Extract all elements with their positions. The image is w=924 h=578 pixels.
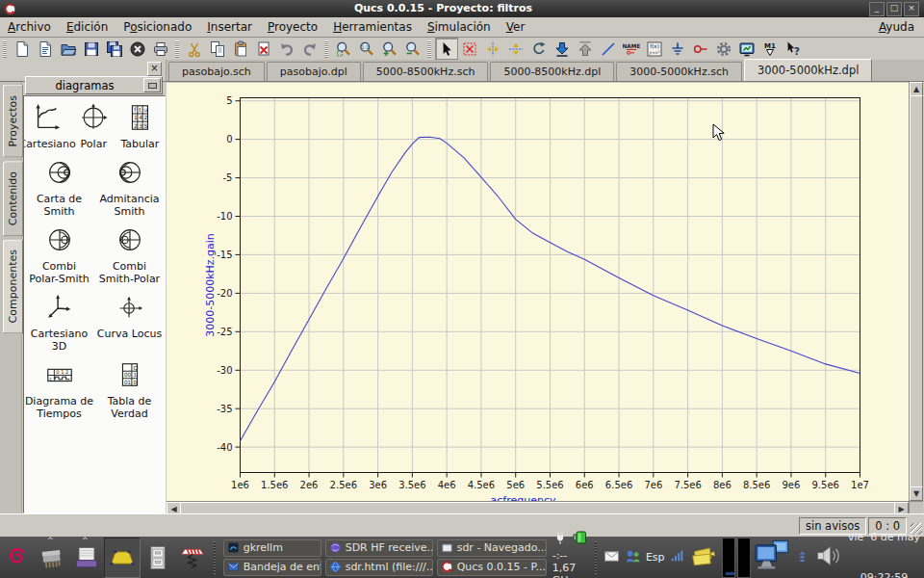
taskbar-window-mail-client[interactable]: Bandeja de ent... (223, 559, 321, 576)
component-curva-locus[interactable]: Curva Locus (94, 292, 165, 353)
pop-out-button[interactable] (574, 38, 597, 60)
sidebar-tab-componentes[interactable]: Componentes (3, 239, 23, 333)
tab-5000-8500kHz.sch[interactable]: 5000-8500kHz.sch (363, 62, 489, 81)
taskbar-window-file-manager[interactable]: sdr - Navegado... (437, 539, 547, 557)
save-all-documents-button[interactable] (103, 38, 126, 60)
component-diagrama-de-tiempos[interactable]: 0 1 2cDiagrama deTiempos (24, 359, 94, 420)
mirror-y-axis-button[interactable] (481, 38, 504, 60)
menu-ver[interactable]: Ver (499, 18, 533, 36)
cpufreq-applet[interactable]: -:-- 1,67 GHz (552, 529, 590, 578)
chip-launcher[interactable]: ^ (35, 539, 69, 577)
new-document-button[interactable] (11, 38, 34, 60)
chevrons-icon[interactable] (795, 549, 809, 566)
equation-button[interactable]: f(x)y=x² (643, 38, 666, 60)
delete-button[interactable] (252, 38, 275, 60)
scroll-down-button[interactable]: ▼ (910, 486, 923, 501)
maximize-button[interactable]: □ (886, 2, 902, 16)
scroll-up-button[interactable]: ▲ (910, 82, 923, 96)
combo-dropdown-button[interactable] (143, 78, 161, 92)
undo-button[interactable] (275, 38, 298, 60)
toolbar-grip[interactable] (175, 40, 179, 58)
taskbar-window-gkrellm[interactable]: gkrellm (223, 539, 321, 557)
menu-herramientas[interactable]: Herramientas (325, 18, 420, 36)
save-document-button[interactable] (80, 38, 103, 60)
network-monitor-icon[interactable] (670, 548, 685, 566)
vertical-scroll-thumb[interactable] (910, 95, 923, 487)
shape-launcher[interactable] (104, 538, 141, 578)
port-button[interactable] (689, 38, 712, 60)
workspace-2[interactable] (737, 538, 751, 578)
rotate-button[interactable] (527, 38, 551, 60)
component-cartesiano-3d[interactable]: Cartesiano 3D (24, 292, 94, 353)
taskbar-window-qucs[interactable]: Qucs 0.0.15 - P... (437, 559, 547, 576)
tab-pasobajo.sch[interactable]: pasobajo.sch (168, 62, 265, 81)
sidebar-tab-contenido[interactable]: Contenido (3, 161, 23, 236)
component-tabular[interactable]: ftu142235Tabular (116, 102, 163, 150)
component-carta-de-smith[interactable]: Carta de Smith (24, 157, 94, 218)
component-polar[interactable]: Polar (70, 102, 116, 150)
component-combi-smith-polar[interactable]: CombiSmith-Polar (94, 224, 165, 285)
component-admitancia-smith[interactable]: AdmitanciaSmith (94, 157, 165, 218)
gain-plot[interactable]: 1e61.5e62e62.5e63e63.5e64e64.5e65e65.5e6… (167, 83, 909, 501)
tab-pasobajo.dpl[interactable]: pasobajo.dpl (267, 62, 361, 81)
zoom-out-button[interactable] (401, 38, 424, 60)
minimize-button[interactable]: _ (869, 2, 885, 16)
component-group-select[interactable]: diagramas (25, 76, 163, 94)
component-cartesiano[interactable]: Cartesiano (24, 102, 70, 150)
plot-page[interactable]: 1e61.5e62e62.5e63e63.5e64e64.5e65e65.5e6… (167, 83, 909, 501)
wire-button[interactable] (597, 38, 620, 60)
mirror-x-axis-button[interactable] (504, 38, 527, 60)
debian-menu-launcher[interactable] (0, 539, 35, 577)
mail-notification-icon[interactable] (603, 548, 620, 567)
simulate-button[interactable] (712, 38, 735, 60)
go-into-button[interactable] (551, 38, 574, 60)
menu-simulación[interactable]: Simulación (420, 18, 499, 36)
menu-proyecto[interactable]: Proyecto (260, 18, 325, 36)
component-combi-polar-smith[interactable]: CombiPolar-Smith (24, 224, 94, 285)
new-text-document-button[interactable] (34, 38, 57, 60)
titlebar[interactable]: Qucs 0.0.15 - Proyecto: filtros _ □ × (0, 0, 924, 17)
set-marker-button[interactable]: M1 (758, 38, 782, 60)
redo-button[interactable] (298, 38, 321, 60)
copy-button[interactable] (206, 38, 229, 60)
paste-button[interactable] (229, 38, 252, 60)
menu-ayuda[interactable]: Ayuda (871, 18, 924, 36)
taskbar-window-browser[interactable]: sdr.html (file:///... (325, 559, 433, 576)
toolbar-grip[interactable] (427, 40, 431, 58)
menu-posicionado[interactable]: Posicionado (116, 18, 199, 36)
close-document-button[interactable] (126, 38, 149, 60)
sidebar-tab-proyectos[interactable]: Proyectos (3, 85, 23, 158)
sidebar-close-button[interactable]: × (147, 62, 162, 76)
menu-insertar[interactable]: Insertar (199, 18, 260, 36)
view-all-button[interactable]: 1:1 (355, 38, 378, 60)
tab-3000-5000kHz.sch[interactable]: 3000-5000kHz.sch (616, 62, 742, 81)
display-settings-icon[interactable] (754, 538, 790, 577)
print-document-button[interactable] (149, 38, 172, 60)
tab-5000-8500kHz.dpl[interactable]: 5000-8500kHz.dpl (490, 62, 614, 81)
printer-launcher-launcher[interactable]: ^ (69, 539, 104, 577)
toolbar-grip[interactable] (324, 40, 328, 58)
close-button[interactable]: × (904, 2, 919, 16)
wire-label-button[interactable]: NAME (620, 38, 643, 60)
select-button[interactable] (435, 38, 458, 60)
clock-applet[interactable]: vie 6 de may 09:22:59 (848, 504, 920, 578)
volume-icon[interactable] (814, 541, 843, 573)
spring-launcher[interactable] (175, 539, 210, 577)
zoom-in-button[interactable] (378, 38, 401, 60)
ground-button[interactable] (666, 38, 689, 60)
users-icon[interactable] (625, 548, 641, 567)
sticky-notes-icon[interactable] (690, 541, 719, 573)
panel-grip-2[interactable] (595, 541, 597, 574)
open-document-button[interactable] (57, 38, 80, 60)
cut-button[interactable] (183, 38, 206, 60)
tab-3000-5000kHz.dpl[interactable]: 3000-5000kHz.dpl (744, 59, 872, 81)
workspace-1[interactable] (722, 538, 735, 578)
whats-this-button[interactable]: ? (782, 38, 805, 60)
deactivate-button[interactable] (458, 38, 481, 60)
zoom-area-button[interactable] (332, 38, 355, 60)
view-data-button[interactable] (735, 38, 758, 60)
file-cabinet-launcher[interactable] (141, 539, 175, 577)
toolbar-grip[interactable] (3, 40, 7, 58)
component-tabla-de-verdad[interactable]: Q001010Tabla deVerdad (94, 359, 165, 420)
panel-grip[interactable] (214, 541, 216, 574)
